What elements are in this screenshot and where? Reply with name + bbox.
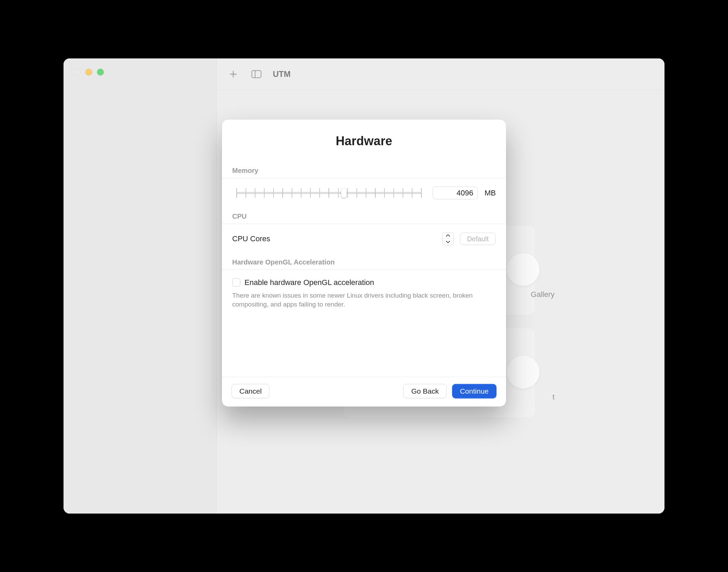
sheet-footer: Cancel Go Back Continue bbox=[222, 377, 506, 407]
memory-slider-thumb[interactable] bbox=[341, 188, 347, 198]
section-divider bbox=[222, 178, 506, 178]
memory-section: Memory MB bbox=[232, 167, 496, 200]
hardware-sheet: Hardware Memory bbox=[222, 120, 506, 407]
section-divider bbox=[222, 270, 506, 270]
app-window: UTM Gallery t Hardware Memory bbox=[64, 58, 664, 514]
opengl-section-label: Hardware OpenGL Acceleration bbox=[232, 258, 496, 266]
memory-slider[interactable] bbox=[232, 187, 426, 199]
stepper-down-icon[interactable] bbox=[443, 239, 453, 245]
cpu-default-button[interactable]: Default bbox=[460, 233, 496, 245]
memory-section-label: Memory bbox=[232, 167, 496, 175]
cpu-section-label: CPU bbox=[232, 213, 496, 220]
opengl-checkbox-label: Enable hardware OpenGL acceleration bbox=[244, 278, 374, 287]
section-divider bbox=[222, 224, 506, 224]
stepper-up-icon[interactable] bbox=[443, 233, 453, 239]
sheet-title: Hardware bbox=[232, 134, 496, 148]
memory-unit-label: MB bbox=[485, 189, 496, 198]
memory-input[interactable] bbox=[433, 187, 478, 200]
opengl-help-text: There are known issues in some newer Lin… bbox=[232, 291, 485, 309]
go-back-button[interactable]: Go Back bbox=[403, 384, 447, 398]
cpu-cores-stepper[interactable] bbox=[442, 232, 454, 245]
cpu-section: CPU CPU Cores Default bbox=[232, 213, 496, 245]
opengl-checkbox[interactable] bbox=[232, 278, 240, 287]
cancel-button[interactable]: Cancel bbox=[232, 384, 269, 398]
cpu-cores-label: CPU Cores bbox=[232, 234, 436, 243]
continue-button[interactable]: Continue bbox=[452, 384, 496, 398]
opengl-section: Hardware OpenGL Acceleration Enable hard… bbox=[232, 258, 496, 309]
